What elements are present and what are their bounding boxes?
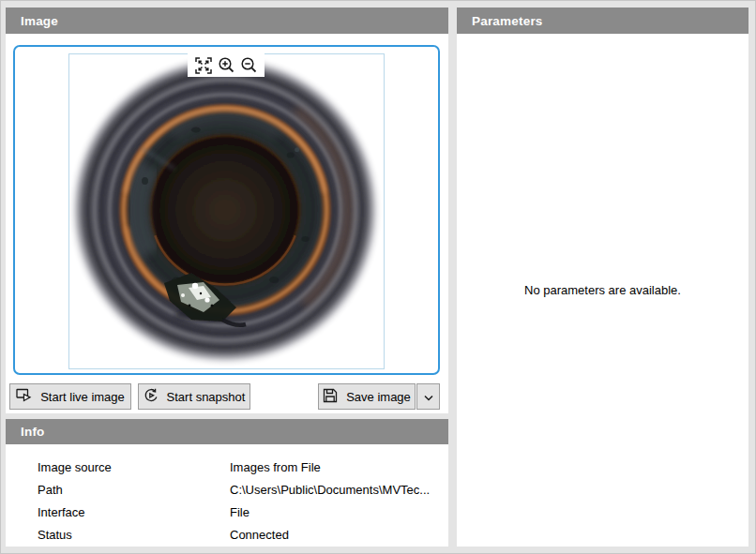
info-panel-body: Image source Images from File Path C:\Us… [6,444,448,547]
info-value: C:\Users\Public\Documents\MVTec... [230,483,448,497]
info-row-interface: Interface File [6,501,448,523]
info-label: Status [38,528,230,542]
info-row-status: Status Connected [6,523,448,546]
start-snapshot-label: Start snapshot [167,390,246,404]
app-window: Image [0,0,756,554]
fit-to-view-icon[interactable] [195,56,213,74]
start-snapshot-button[interactable]: Start snapshot [138,383,250,410]
info-panel-title: Info [21,425,45,439]
info-value: File [230,505,448,519]
parameters-panel-title: Parameters [472,14,543,28]
info-row-path: Path C:\Users\Public\Documents\MVTec... [6,478,448,501]
save-image-button[interactable]: Save image [318,383,416,410]
parameters-panel-body: No parameters are available. [457,34,748,547]
bottle-neck-image [69,54,384,368]
info-panel-header: Info [6,419,448,444]
no-parameters-message: No parameters are available. [524,283,681,297]
info-value: Images from File [230,460,448,474]
zoom-in-icon[interactable] [218,56,235,74]
zoom-out-icon[interactable] [240,56,258,74]
info-row-image-source: Image source Images from File [6,456,448,478]
live-image-icon [16,387,32,406]
info-value: Connected [230,528,448,542]
parameters-panel-header: Parameters [457,7,748,34]
image-panel-header: Image [6,7,448,34]
info-label: Interface [38,505,230,519]
start-live-image-button[interactable]: Start live image [9,383,131,410]
save-icon [323,388,338,406]
start-live-image-label: Start live image [40,390,125,404]
image-panel-title: Image [21,14,58,28]
save-image-options-button[interactable] [416,383,440,410]
save-image-label: Save image [346,390,411,404]
chevron-down-icon [424,390,433,404]
info-label: Path [38,483,230,497]
info-label: Image source [38,460,230,474]
image-toolbar [188,53,265,77]
camera-image[interactable] [68,53,385,369]
snapshot-icon [144,388,159,406]
